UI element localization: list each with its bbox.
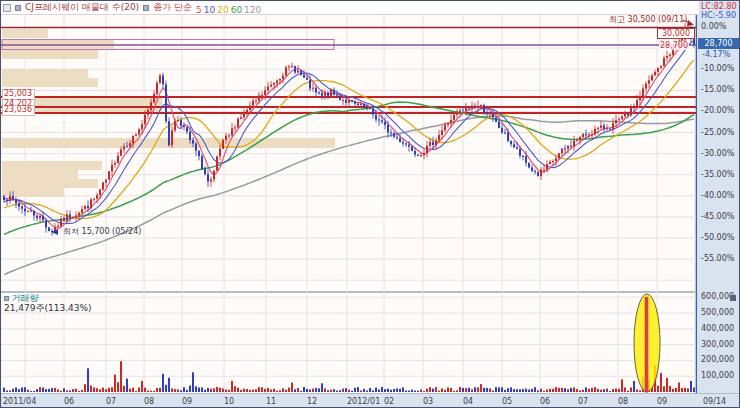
volume-bar <box>318 388 320 392</box>
volume-bar <box>600 390 602 392</box>
candle-body <box>555 158 557 161</box>
candle-body <box>417 155 419 156</box>
candle-body <box>531 167 533 171</box>
volume-bar <box>471 389 473 392</box>
volume-bar <box>303 387 305 392</box>
candle-body <box>303 75 305 78</box>
current-price: 28,700 <box>705 39 733 48</box>
volume-bar <box>474 387 476 392</box>
candle-body <box>333 90 335 95</box>
candle-body <box>246 110 248 112</box>
candle-body <box>507 133 509 141</box>
candle-body <box>222 140 224 149</box>
volume-bar <box>90 385 92 392</box>
ma-period-120[interactable]: 120 <box>244 5 261 15</box>
candle-body <box>384 122 386 125</box>
grip-icon[interactable] <box>3 4 11 12</box>
stock-chart-window: CJ프레시웨이 매물대 수(20) 종가 단순 5102060120 LC:82… <box>0 0 740 408</box>
volume-bar <box>144 388 146 392</box>
candle-body <box>282 76 284 79</box>
candle-body <box>9 196 11 201</box>
volume-bar <box>3 388 5 392</box>
volume-bar <box>429 387 431 392</box>
candle-body <box>96 195 98 199</box>
volume-bar <box>450 388 452 392</box>
volume-bar <box>93 387 95 392</box>
trendline-30000-label[interactable]: 30,000 <box>657 28 695 39</box>
volume-bar <box>672 389 674 392</box>
current-price-box: 28,700 <box>698 38 739 49</box>
low-annotation: 최저 15,700 (05/24) <box>63 227 141 236</box>
ma-period-20[interactable]: 20 <box>217 5 228 15</box>
candle-body <box>546 164 548 169</box>
candle-body <box>27 211 29 212</box>
candle-body <box>3 196 5 200</box>
date-tick-label: 02 <box>384 397 394 406</box>
volume-bar <box>567 389 569 392</box>
candle-body <box>279 79 281 81</box>
price-axis[interactable]: LC:82.80 HC:-5.90 28,700 -4.17% 0.00%-10… <box>697 1 740 393</box>
candle-body <box>129 143 131 146</box>
volume-bar <box>243 389 245 392</box>
chart-canvas[interactable] <box>1 1 740 408</box>
volume-bar <box>210 389 212 392</box>
candle-body <box>162 75 164 84</box>
volume-bar <box>27 390 29 392</box>
candle-body <box>426 146 428 153</box>
candle-body <box>609 129 611 130</box>
volume-bar <box>198 387 200 392</box>
candle-body <box>462 110 464 111</box>
volume-bar <box>315 388 317 392</box>
volume-bar <box>165 385 167 392</box>
candle-body <box>237 119 239 128</box>
volume-bar <box>591 388 593 392</box>
volume-bar <box>360 390 362 392</box>
candle-body <box>111 165 113 172</box>
candle-body <box>336 94 338 95</box>
volume-bar <box>396 388 398 392</box>
candle-body <box>471 106 473 109</box>
candle-body <box>636 100 638 107</box>
volume-bar <box>411 390 413 392</box>
volume-bar <box>234 386 236 392</box>
candle-body <box>135 134 137 135</box>
candle-body <box>48 227 50 231</box>
volume-bar <box>267 388 269 392</box>
panel-resize-icon[interactable] <box>730 295 736 301</box>
volume-bar <box>594 387 596 392</box>
volume-bar <box>405 391 407 392</box>
candle-body <box>132 136 134 143</box>
candle-body <box>60 219 62 226</box>
indicator1-toggle-icon[interactable] <box>15 5 21 11</box>
date-axis[interactable]: 2011/04060708091011122012/01020304050607… <box>1 394 697 408</box>
candle-body <box>444 125 446 131</box>
candle-body <box>210 179 212 181</box>
candle-body <box>354 102 356 104</box>
candle-body <box>198 151 200 156</box>
volume-bar <box>366 390 368 392</box>
candle-body <box>219 149 221 157</box>
volume-bar <box>504 390 506 392</box>
volume-bar <box>588 389 590 392</box>
volume-profile-bar <box>2 161 102 170</box>
volume-bar <box>693 388 695 392</box>
candle-body <box>324 93 326 96</box>
pct-tick-label: -30.00% <box>701 149 734 158</box>
indicator2-toggle-icon[interactable] <box>143 5 149 11</box>
indicator1-label: CJ프레시웨이 매물대 수(20) <box>25 3 139 12</box>
volume-bar <box>384 389 386 392</box>
volume-toggle-icon[interactable] <box>4 296 9 301</box>
volume-bar <box>489 388 491 392</box>
volume-bar <box>348 390 350 392</box>
volume-bar <box>174 389 176 392</box>
candle-body <box>339 96 341 100</box>
ma-period-5[interactable]: 5 <box>196 5 202 15</box>
ma-period-60[interactable]: 60 <box>231 5 242 15</box>
ma-period-10[interactable]: 10 <box>204 5 215 15</box>
trendline-28700-label[interactable]: 28,700 <box>659 41 689 50</box>
volume-bar <box>459 387 461 392</box>
candle-body <box>648 80 650 83</box>
date-tick-label: 2012/01 <box>347 397 380 406</box>
date-tick-label: 04 <box>463 397 473 406</box>
volume-bar <box>603 389 605 392</box>
